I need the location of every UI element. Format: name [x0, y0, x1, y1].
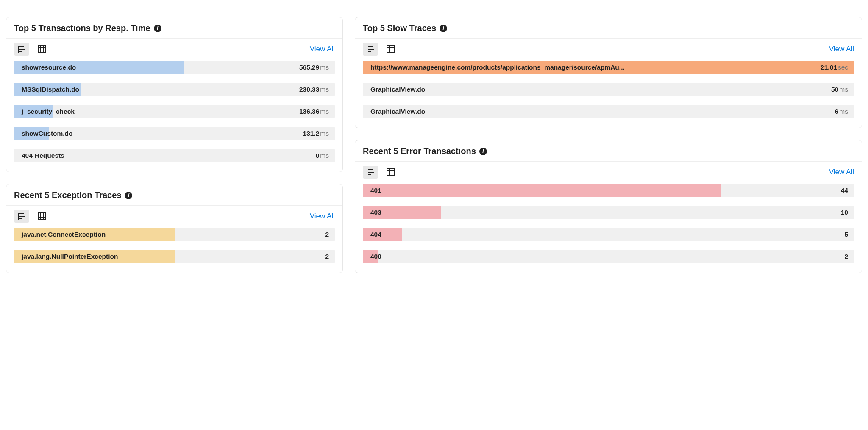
view-all-link[interactable]: View All — [829, 168, 854, 176]
view-toggle — [363, 166, 398, 179]
bar-value: 6ms — [835, 108, 848, 115]
bar-value-number: 0 — [316, 152, 320, 159]
panel-header: Recent 5 Error Transactions i — [355, 140, 862, 162]
info-icon[interactable]: i — [154, 25, 161, 32]
bar-view-button[interactable] — [363, 43, 378, 56]
panel-title: Recent 5 Error Transactions — [363, 146, 476, 156]
bar-value: 2 — [844, 253, 848, 260]
table-view-button[interactable] — [34, 43, 50, 56]
left-column: Top 5 Transactions by Resp. Time i View … — [6, 17, 343, 273]
bar-list: 401444031040454002 — [355, 184, 862, 273]
table-icon — [387, 45, 395, 53]
bar-row[interactable]: GraphicalView.do50ms — [363, 83, 854, 96]
bar-row[interactable]: 404-Requests0ms — [14, 149, 335, 162]
bar-value-number: 2 — [325, 253, 329, 260]
panel-header: Top 5 Transactions by Resp. Time i — [6, 17, 342, 39]
view-all-link[interactable]: View All — [829, 45, 854, 53]
right-column: Top 5 Slow Traces i View All https://www… — [355, 17, 862, 273]
view-toggle — [14, 43, 50, 56]
bar-label: 404 — [363, 231, 381, 238]
bar-row[interactable]: GraphicalView.do6ms — [363, 105, 854, 118]
bar-value-unit: ms — [320, 86, 329, 93]
bar-label: 404-Requests — [14, 152, 64, 159]
panel-header: Recent 5 Exception Traces i — [6, 184, 342, 206]
table-view-button[interactable] — [383, 43, 398, 56]
bar-list: showresource.do565.29msMSSqlDispatch.do2… — [6, 61, 342, 172]
bar-label: GraphicalView.do — [363, 86, 425, 93]
bar-value: 5 — [844, 231, 848, 238]
bar-view-button[interactable] — [363, 166, 378, 179]
bar-row[interactable]: java.lang.NullPointerException2 — [14, 250, 335, 263]
bar-value-unit: sec — [838, 64, 848, 71]
bar-label: j_security_check — [14, 108, 75, 115]
panel-title: Top 5 Slow Traces — [363, 23, 436, 33]
bar-value-number: 230.33 — [299, 86, 319, 93]
panel-transactions: Top 5 Transactions by Resp. Time i View … — [6, 17, 343, 172]
bar-chart-icon — [17, 45, 26, 53]
bar-value: 50ms — [831, 86, 848, 93]
svg-rect-22 — [387, 46, 395, 53]
panel-title: Recent 5 Exception Traces — [14, 190, 121, 200]
bar-row[interactable]: j_security_check136.36ms — [14, 105, 335, 118]
view-toggle — [363, 43, 398, 56]
panel-toolbar: View All — [6, 206, 342, 228]
bar-chart-icon — [17, 212, 26, 220]
bar-label: GraphicalView.do — [363, 108, 425, 115]
table-view-button[interactable] — [34, 210, 50, 223]
bar-row[interactable]: java.net.ConnectException2 — [14, 228, 335, 241]
bar-value: 44 — [841, 187, 848, 194]
bar-row[interactable]: 4045 — [363, 228, 854, 241]
bar-value: 565.29ms — [299, 64, 329, 71]
panel-slow-traces: Top 5 Slow Traces i View All https://www… — [355, 17, 862, 128]
svg-rect-31 — [387, 169, 395, 176]
bar-view-button[interactable] — [14, 210, 29, 223]
bar-row[interactable]: https://www.manageengine.com/products/ap… — [363, 61, 854, 74]
info-icon[interactable]: i — [125, 192, 132, 199]
bar-value-number: 2 — [325, 231, 329, 238]
svg-rect-4 — [38, 46, 46, 53]
bar-value-unit: ms — [320, 108, 329, 115]
bar-value-number: 44 — [841, 187, 848, 194]
panel-errors: Recent 5 Error Transactions i View All 4… — [355, 140, 862, 273]
svg-rect-13 — [38, 213, 46, 220]
panel-exceptions: Recent 5 Exception Traces i View All jav… — [6, 184, 343, 273]
bar-value: 0ms — [316, 152, 329, 159]
bar-value-unit: ms — [320, 130, 329, 137]
table-icon — [38, 45, 46, 53]
bar-value-number: 131.2 — [303, 130, 320, 137]
bar-value-unit: ms — [320, 152, 329, 159]
view-all-link[interactable]: View All — [310, 45, 335, 53]
view-all-link[interactable]: View All — [310, 212, 335, 221]
table-view-button[interactable] — [383, 166, 398, 179]
bar-row[interactable]: 40310 — [363, 206, 854, 219]
bar-value: 131.2ms — [303, 130, 329, 137]
info-icon[interactable]: i — [440, 25, 447, 32]
bar-label: showCustom.do — [14, 130, 73, 137]
bar-value: 230.33ms — [299, 86, 329, 93]
bar-view-button[interactable] — [14, 43, 29, 56]
bar-value: 2 — [325, 253, 329, 260]
bar-chart-icon — [366, 168, 375, 176]
table-icon — [38, 212, 46, 220]
table-icon — [387, 168, 395, 176]
bar-row[interactable]: showresource.do565.29ms — [14, 61, 335, 74]
bar-row[interactable]: MSSqlDispatch.do230.33ms — [14, 83, 335, 96]
bar-chart-icon — [366, 45, 375, 53]
bar-row[interactable]: showCustom.do131.2ms — [14, 127, 335, 140]
bar-label: https://www.manageengine.com/products/ap… — [363, 64, 625, 71]
bar-value-number: 5 — [844, 231, 848, 238]
bar-value: 10 — [841, 209, 848, 216]
panel-title: Top 5 Transactions by Resp. Time — [14, 23, 150, 33]
info-icon[interactable]: i — [479, 148, 487, 155]
bar-value-number: 2 — [844, 253, 848, 260]
bar-row[interactable]: 40144 — [363, 184, 854, 197]
bar-label: 400 — [363, 253, 381, 260]
bar-value-unit: ms — [839, 108, 848, 115]
bar-label: java.net.ConnectException — [14, 231, 106, 238]
bar-row[interactable]: 4002 — [363, 250, 854, 263]
dashboard: Top 5 Transactions by Resp. Time i View … — [0, 0, 868, 273]
bar-value-unit: ms — [320, 64, 329, 71]
bar-label: 403 — [363, 209, 381, 216]
view-toggle — [14, 210, 50, 223]
bar-value-number: 10 — [841, 209, 848, 216]
